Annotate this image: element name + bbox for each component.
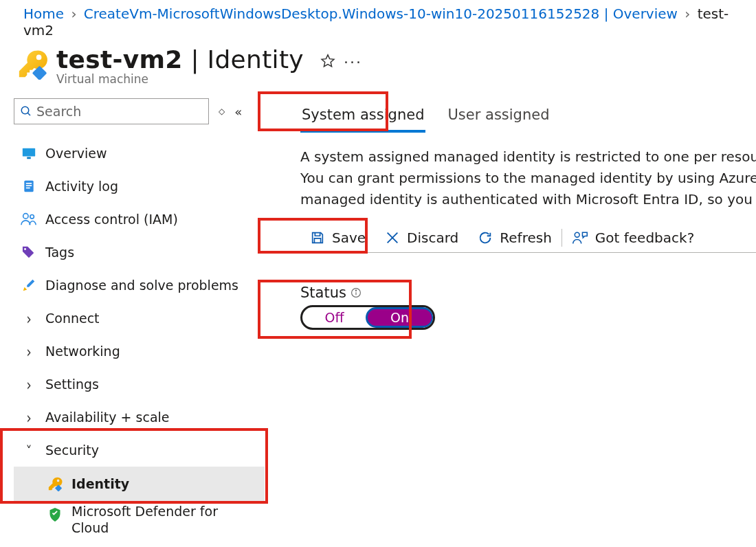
sidebar-item-security[interactable]: ˅ Security: [14, 434, 265, 467]
chevron-right-icon: ›: [21, 340, 37, 361]
sidebar-item-networking[interactable]: › Networking: [14, 335, 265, 368]
page-title: test-vm2 | Identity: [56, 45, 304, 74]
toolbar: Save Discard Refresh Got feed: [300, 223, 756, 253]
resource-type-label: Virtual machine: [56, 72, 362, 86]
svg-point-15: [575, 232, 579, 237]
feedback-button[interactable]: Got feedback?: [562, 223, 704, 252]
shield-icon: [47, 506, 63, 523]
sidebar-item-overview[interactable]: Overview: [14, 137, 265, 170]
tags-icon: [21, 244, 37, 260]
sidebar: Search ◇ « Overview Activity log: [0, 98, 265, 541]
svg-point-1: [21, 107, 29, 114]
status-toggle[interactable]: Off On: [300, 305, 435, 330]
sidebar-item-defender[interactable]: Microsoft Defender for Cloud: [14, 501, 265, 541]
svg-point-9: [23, 214, 28, 219]
description-text: A system assigned managed identity is re…: [300, 146, 756, 210]
svg-rect-4: [27, 157, 31, 159]
people-icon: [21, 211, 37, 227]
svg-rect-7: [26, 185, 32, 186]
sidebar-item-diagnose[interactable]: Diagnose and solve problems: [14, 269, 265, 302]
sidebar-item-iam[interactable]: Access control (IAM): [14, 203, 265, 236]
tab-bar: System assigned User assigned: [300, 105, 756, 133]
save-button[interactable]: Save: [300, 223, 375, 252]
svg-point-10: [30, 215, 34, 219]
tools-icon: [21, 277, 37, 293]
log-icon: [21, 178, 37, 194]
svg-point-18: [355, 290, 356, 291]
star-icon[interactable]: [320, 54, 335, 71]
sidebar-item-activity-log[interactable]: Activity log: [14, 170, 265, 203]
chevron-right-icon: ›: [68, 5, 79, 22]
chevron-right-icon: ›: [21, 373, 37, 394]
collapse-sidebar-icon[interactable]: «: [234, 104, 242, 119]
chevron-right-icon: ›: [21, 307, 37, 328]
sidebar-item-tags[interactable]: Tags: [14, 236, 265, 269]
tab-system-assigned[interactable]: System assigned: [300, 105, 425, 133]
close-icon: [385, 230, 400, 245]
more-icon[interactable]: ···: [344, 54, 362, 71]
chevron-right-icon: ›: [682, 5, 693, 22]
breadcrumb-home[interactable]: Home: [23, 5, 64, 22]
discard-button[interactable]: Discard: [375, 223, 468, 252]
svg-line-2: [27, 113, 30, 115]
toggle-on[interactable]: On: [366, 307, 434, 328]
breadcrumb-overview[interactable]: CreateVm-MicrosoftWindowsDesktop.Windows…: [84, 5, 678, 22]
page-header: test-vm2 | Identity ··· Virtual machine: [0, 43, 756, 87]
svg-rect-8: [26, 188, 30, 189]
breadcrumb: Home › CreateVm-MicrosoftWindowsDesktop.…: [0, 5, 756, 43]
svg-rect-6: [26, 183, 32, 184]
sidebar-nav: Overview Activity log Access control (IA…: [14, 137, 265, 541]
refresh-icon: [478, 230, 493, 245]
tab-user-assigned[interactable]: User assigned: [446, 105, 551, 133]
refresh-button[interactable]: Refresh: [468, 223, 562, 252]
key-icon: [16, 48, 48, 82]
sidebar-item-availability[interactable]: › Availability + scale: [14, 401, 265, 434]
main-content: System assigned User assigned A system a…: [265, 98, 756, 330]
toggle-off[interactable]: Off: [302, 310, 366, 325]
chevron-down-icon: ˅: [21, 442, 37, 458]
feedback-icon: [572, 230, 588, 245]
save-icon: [310, 230, 325, 245]
svg-rect-3: [23, 148, 35, 157]
chevron-right-icon: ›: [21, 406, 37, 427]
svg-point-11: [24, 248, 26, 250]
sidebar-item-connect[interactable]: › Connect: [14, 302, 265, 335]
monitor-icon: [21, 145, 37, 161]
status-label: Status: [300, 284, 756, 301]
sidebar-item-identity[interactable]: Identity: [14, 467, 265, 501]
search-icon: [20, 105, 32, 118]
key-icon: [47, 476, 63, 492]
info-icon[interactable]: [351, 287, 362, 298]
search-input[interactable]: Search: [14, 98, 209, 124]
sidebar-item-settings[interactable]: › Settings: [14, 368, 265, 401]
